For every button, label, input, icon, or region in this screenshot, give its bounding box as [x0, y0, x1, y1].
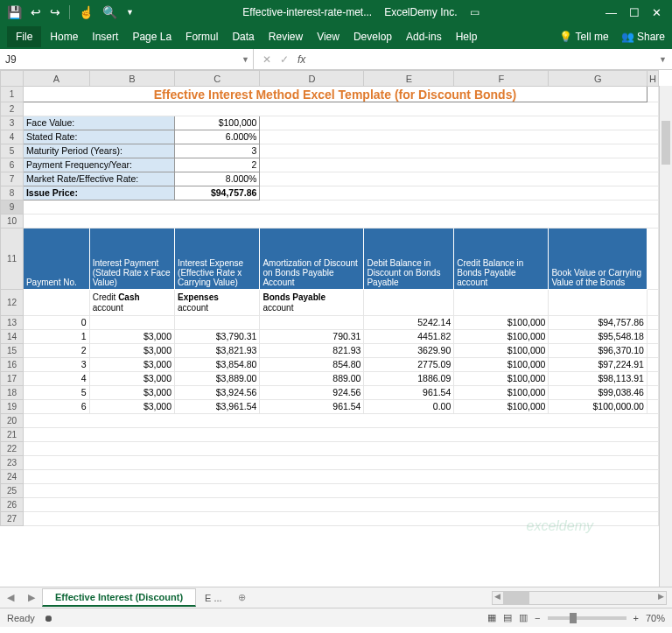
col-header[interactable]: G: [549, 71, 648, 87]
col-header[interactable]: F: [454, 71, 549, 87]
preview-icon[interactable]: 🔍: [102, 5, 117, 19]
row-header[interactable]: 8: [1, 186, 24, 200]
table-cell[interactable]: 821.93: [260, 344, 364, 358]
tab-help[interactable]: Help: [451, 26, 483, 47]
row-header[interactable]: 1: [1, 87, 24, 102]
table-cell[interactable]: $96,370.10: [549, 344, 648, 358]
row-header[interactable]: 20: [1, 414, 24, 428]
row-header[interactable]: 13: [1, 316, 24, 330]
close-icon[interactable]: ✕: [652, 6, 662, 19]
row-header[interactable]: 17: [1, 372, 24, 386]
input-value[interactable]: $94,757.86: [175, 186, 260, 200]
name-box[interactable]: J9▼: [0, 49, 254, 69]
table-cell[interactable]: $100,000: [454, 400, 549, 414]
new-sheet-icon[interactable]: ⊕: [231, 592, 253, 603]
save-icon[interactable]: 💾: [7, 5, 22, 19]
table-cell[interactable]: $3,000: [89, 344, 174, 358]
table-cell[interactable]: 1: [23, 330, 89, 344]
sheet-tab-active[interactable]: Effective Interest (Discount): [42, 588, 196, 607]
table-cell[interactable]: $3,924.56: [175, 386, 260, 400]
row-header[interactable]: 24: [1, 470, 24, 484]
table-cell[interactable]: [89, 316, 174, 330]
select-all[interactable]: [1, 71, 24, 87]
tab-view[interactable]: View: [312, 26, 345, 47]
table-cell[interactable]: 0: [23, 316, 89, 330]
table-cell[interactable]: $100,000: [454, 316, 549, 330]
view-break-icon[interactable]: ▥: [519, 612, 528, 623]
table-cell[interactable]: $3,961.54: [175, 400, 260, 414]
table-cell[interactable]: $98,113.91: [549, 372, 648, 386]
view-page-icon[interactable]: ▤: [503, 612, 512, 623]
col-header[interactable]: C: [175, 71, 260, 87]
table-cell[interactable]: $3,889.00: [175, 372, 260, 386]
table-cell[interactable]: $3,000: [89, 372, 174, 386]
input-value[interactable]: 2: [175, 158, 260, 172]
table-cell[interactable]: $3,821.93: [175, 344, 260, 358]
table-cell[interactable]: $3,790.31: [175, 330, 260, 344]
table-cell[interactable]: 961.54: [364, 386, 454, 400]
row-header[interactable]: 12: [1, 290, 24, 316]
table-cell[interactable]: 790.31: [260, 330, 364, 344]
table-cell[interactable]: 6: [23, 400, 89, 414]
table-cell[interactable]: $3,854.80: [175, 358, 260, 372]
table-cell[interactable]: $100,000: [454, 386, 549, 400]
share-button[interactable]: 👥 Share: [621, 31, 665, 43]
row-header[interactable]: 5: [1, 144, 24, 158]
minimize-icon[interactable]: —: [606, 6, 617, 19]
tab-home[interactable]: Home: [45, 26, 83, 47]
table-cell[interactable]: 1886.09: [364, 372, 454, 386]
tab-page-layout[interactable]: Page La: [127, 26, 177, 47]
row-header[interactable]: 4: [1, 130, 24, 144]
vertical-scrollbar[interactable]: [659, 86, 672, 587]
worksheet[interactable]: ABCDEFGH1Effective Interest Method Excel…: [0, 70, 672, 587]
table-cell[interactable]: 3629.90: [364, 344, 454, 358]
tab-insert[interactable]: Insert: [87, 26, 123, 47]
row-header[interactable]: 18: [1, 386, 24, 400]
qat-dropdown-icon[interactable]: ▼: [126, 8, 134, 17]
expand-formula-icon[interactable]: ▼: [654, 55, 672, 64]
tab-data[interactable]: Data: [227, 26, 259, 47]
table-cell[interactable]: 924.56: [260, 386, 364, 400]
row-header[interactable]: 9: [1, 200, 24, 215]
zoom-out-icon[interactable]: −: [535, 613, 540, 623]
table-cell[interactable]: 889.00: [260, 372, 364, 386]
tab-nav-next[interactable]: ▶: [21, 592, 42, 603]
row-header[interactable]: 10: [1, 215, 24, 229]
zoom-level[interactable]: 70%: [646, 613, 665, 623]
table-cell[interactable]: [175, 316, 260, 330]
table-cell[interactable]: 854.80: [260, 358, 364, 372]
table-cell[interactable]: 5: [23, 386, 89, 400]
table-cell[interactable]: $95,548.18: [549, 330, 648, 344]
tab-file[interactable]: File: [7, 26, 41, 47]
table-cell[interactable]: $100,000.00: [549, 400, 648, 414]
table-cell[interactable]: $99,038.46: [549, 386, 648, 400]
row-header[interactable]: 21: [1, 428, 24, 442]
row-header[interactable]: 7: [1, 172, 24, 186]
maximize-icon[interactable]: ☐: [629, 6, 640, 19]
table-cell[interactable]: 2: [23, 344, 89, 358]
horizontal-scrollbar[interactable]: ◀ ▶: [492, 591, 667, 605]
tab-nav-prev[interactable]: ◀: [0, 592, 21, 603]
ribbon-display-icon[interactable]: ▭: [470, 6, 480, 18]
tab-developer[interactable]: Develop: [348, 26, 397, 47]
table-cell[interactable]: $100,000: [454, 358, 549, 372]
sheet-tab-2[interactable]: E ...: [196, 590, 231, 606]
row-header[interactable]: 23: [1, 456, 24, 470]
table-cell[interactable]: 961.54: [260, 400, 364, 414]
row-header[interactable]: 25: [1, 484, 24, 498]
input-value[interactable]: $100,000: [175, 116, 260, 130]
row-header[interactable]: 3: [1, 116, 24, 130]
input-value[interactable]: 6.000%: [175, 130, 260, 144]
table-cell[interactable]: 4: [23, 372, 89, 386]
row-header[interactable]: 16: [1, 358, 24, 372]
view-normal-icon[interactable]: ▦: [487, 612, 496, 623]
table-cell[interactable]: 2775.09: [364, 358, 454, 372]
tell-me[interactable]: 💡 Tell me: [559, 31, 608, 43]
table-cell[interactable]: 3: [23, 358, 89, 372]
table-cell[interactable]: 4451.82: [364, 330, 454, 344]
row-header[interactable]: 19: [1, 400, 24, 414]
fx-icon[interactable]: fx: [298, 53, 305, 66]
touch-mode-icon[interactable]: ☝: [79, 5, 94, 19]
chevron-down-icon[interactable]: ▼: [242, 55, 249, 64]
table-cell[interactable]: [260, 316, 364, 330]
